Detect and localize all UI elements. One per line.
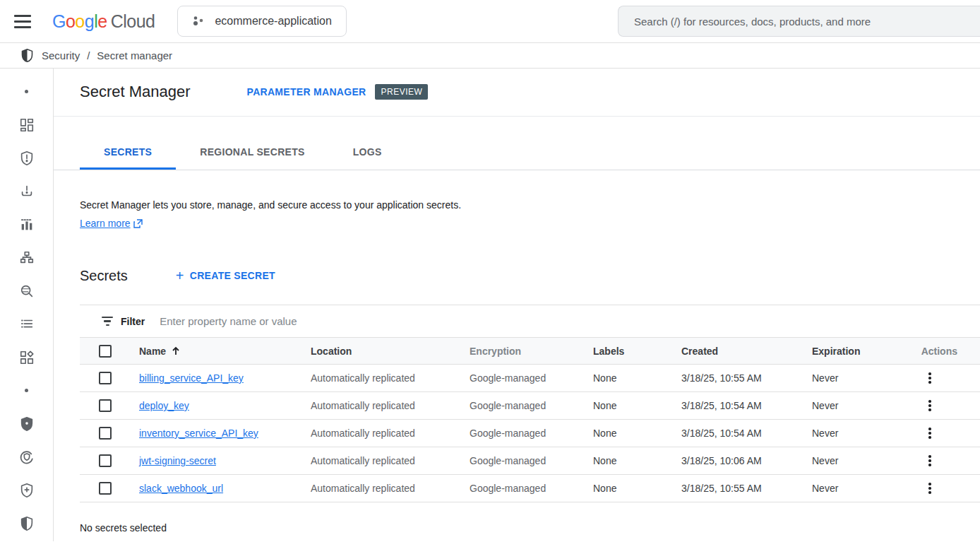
cell-expiration: Never [812,428,914,439]
shield-half-icon [19,516,35,531]
create-secret-label: CREATE SECRET [190,270,275,281]
breadcrumb-separator: / [87,49,90,61]
row-checkbox[interactable] [99,482,112,495]
column-header-created[interactable]: Created [681,346,812,357]
secrets-heading: Secrets [80,268,128,284]
project-name: ecommerce-application [215,15,331,28]
sidebar-item-dot[interactable] [10,374,44,407]
sidebar-item-protect[interactable] [10,473,44,507]
filter-input[interactable] [158,314,980,328]
cell-created: 3/18/25, 10:55 AM [681,372,812,384]
sidebar-item-overview[interactable] [10,108,44,141]
logo-cloud-text: Cloud [111,11,155,31]
table-row: billing_service_API_key Automatically re… [80,365,980,392]
secret-link[interactable]: billing_service_API_key [139,372,244,384]
secret-link[interactable]: deploy_key [139,400,189,411]
column-header-expiration[interactable]: Expiration [812,346,914,357]
column-header-location[interactable]: Location [311,346,470,357]
row-actions-menu-icon[interactable] [926,425,934,442]
google-cloud-logo[interactable]: GoogleCloud [52,11,155,32]
logo-letter: o [75,11,84,31]
breadcrumb-security-link[interactable]: Security [42,49,80,61]
list-icon [19,317,35,332]
secret-link[interactable]: slack_webhook_url [139,483,223,494]
row-actions-menu-icon[interactable] [926,370,934,387]
cell-created: 3/18/25, 10:55 AM [681,483,812,494]
cell-created: 3/18/25, 10:54 AM [681,400,812,411]
compliance-shield-icon [19,449,35,465]
table-row: jwt-signing-secret Automatically replica… [80,447,980,475]
sidebar-item-secret-manager[interactable] [10,507,44,540]
cell-created: 3/18/25, 10:06 AM [681,455,812,466]
sidebar-item-compliance[interactable] [10,440,44,473]
cell-labels: None [593,400,681,411]
selection-status-text: No secrets selected [80,522,980,534]
sidebar-item-threats[interactable] [10,141,44,175]
project-selector-button[interactable]: ecommerce-application [177,6,346,37]
row-checkbox[interactable] [99,454,112,467]
column-header-encryption: Encryption [470,346,593,357]
create-secret-button[interactable]: + CREATE SECRET [170,264,281,287]
sidebar-item-findings[interactable] [10,175,44,208]
tab-secrets[interactable]: SECRETS [80,136,176,170]
sidebar-item-dot[interactable] [10,75,44,108]
breadcrumb: Security / Secret manager [0,43,980,69]
cell-location: Automatically replicated [311,400,470,411]
cell-encryption: Google-managed [470,428,593,439]
cell-expiration: Never [812,372,914,384]
logo-letter: g [85,11,94,31]
cell-location: Automatically replicated [311,483,470,494]
cell-location: Automatically replicated [311,372,470,384]
learn-more-link[interactable]: Learn more [80,214,143,232]
secret-link[interactable]: jwt-signing-secret [139,455,216,466]
shield-alert-icon [19,151,35,166]
sidebar-item-posture[interactable] [10,307,44,341]
cell-labels: None [593,483,681,494]
plus-icon: + [176,269,184,283]
row-checkbox[interactable] [99,399,112,412]
parameter-manager-link[interactable]: PARAMETER MANAGER [247,86,366,98]
secrets-section-header: Secrets + CREATE SECRET [80,264,980,287]
cell-created: 3/18/25, 10:54 AM [681,428,812,439]
shield-plus-icon [19,483,35,498]
table-row: slack_webhook_url Automatically replicat… [80,475,980,502]
row-checkbox[interactable] [99,372,112,384]
tab-logs[interactable]: LOGS [329,136,406,170]
filter-label: Filter [121,316,145,327]
network-icon [19,250,35,266]
search-input[interactable] [619,15,980,28]
description-text: Secret Manager lets you store, manage, a… [80,196,980,214]
search-globe-icon [19,283,35,299]
sidebar-item-access[interactable] [10,407,44,440]
column-header-name[interactable]: Name [139,346,166,357]
cell-encryption: Google-managed [470,400,593,411]
security-nav-sidebar [0,69,54,541]
tab-bar: SECRETS REGIONAL SECRETS LOGS [54,136,980,170]
table-row: inventory_service_API_key Automatically … [80,420,980,447]
dashboard-icon [19,117,35,133]
sidebar-item-assets[interactable] [10,241,44,274]
table-header-row: Name Location Encryption Labels Created … [80,338,980,365]
column-header-labels[interactable]: Labels [593,346,681,357]
row-actions-menu-icon[interactable] [926,480,934,497]
sort-ascending-icon[interactable] [171,346,181,356]
cell-location: Automatically replicated [311,428,470,439]
row-checkbox[interactable] [99,427,112,440]
hamburger-menu-icon[interactable] [14,11,35,32]
select-all-checkbox[interactable] [99,345,112,358]
cell-labels: None [593,372,681,384]
row-actions-menu-icon[interactable] [926,452,934,469]
row-actions-menu-icon[interactable] [926,397,934,414]
page-title: Secret Manager [80,83,191,101]
cell-labels: None [593,428,681,439]
logo-letter: o [66,11,75,31]
cell-location: Automatically replicated [311,455,470,466]
tab-regional-secrets[interactable]: REGIONAL SECRETS [176,136,328,170]
project-dots-icon [192,15,205,28]
sidebar-item-services[interactable] [10,341,44,374]
sidebar-item-analytics[interactable] [10,208,44,241]
main-content: Secret Manager PARAMETER MANAGER PREVIEW… [54,69,980,541]
sidebar-item-sources[interactable] [10,274,44,307]
secret-link[interactable]: inventory_service_API_key [139,428,258,439]
preview-badge: PREVIEW [375,84,428,100]
